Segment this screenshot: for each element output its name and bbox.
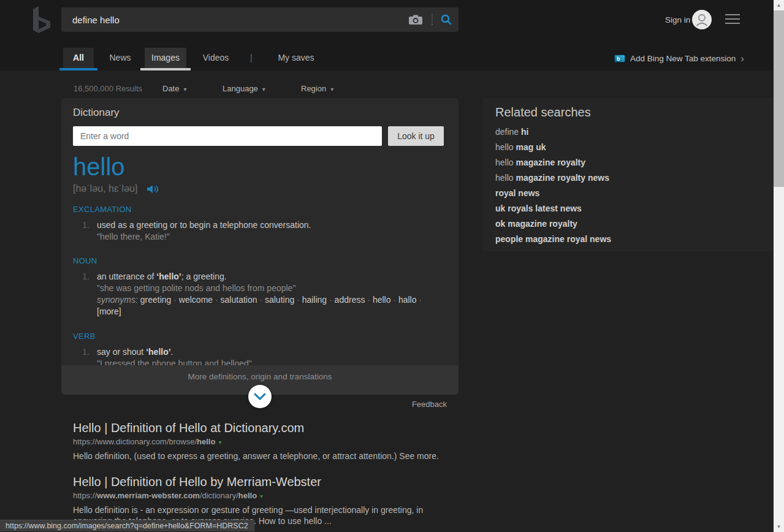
text-part: · xyxy=(294,295,302,305)
promo-label: Add Bing New Tab extension xyxy=(630,54,736,63)
related-search-item[interactable]: royal news xyxy=(495,186,774,201)
definition-text: say or shout ‘hello’. xyxy=(97,346,252,358)
related-search-item[interactable]: ok magazine royalty xyxy=(495,216,774,232)
scroll-down-button[interactable]: ▼ xyxy=(774,522,784,532)
text-part: royal news xyxy=(495,188,539,198)
definition-text: an utterance of ‘hello’; a greeting. xyxy=(97,271,444,283)
text-part: define xyxy=(495,127,521,137)
related-search-item[interactable]: hello magazine royalty news xyxy=(495,170,774,186)
entry-number: 1. xyxy=(73,271,97,317)
text-part: hello xyxy=(495,158,516,167)
pos-label-noun: NOUN xyxy=(73,256,444,265)
date-filter-dropdown[interactable]: Date▾ xyxy=(162,84,187,93)
region-filter-dropdown[interactable]: Region▾ xyxy=(301,84,333,93)
tab-news[interactable]: News xyxy=(102,48,139,68)
text-part: . xyxy=(171,347,173,357)
text-part: · xyxy=(390,295,398,305)
chevron-right-icon: › xyxy=(740,53,744,64)
person-icon xyxy=(692,10,712,29)
text-part: hallo xyxy=(398,295,417,305)
bing-logo[interactable] xyxy=(32,6,53,34)
tab-all[interactable]: All xyxy=(63,48,94,68)
pos-label-verb: VERB xyxy=(73,332,444,341)
text-part: /dictionary/ xyxy=(200,491,238,500)
text-part: used as a greeting or to begin a telepho… xyxy=(97,220,311,230)
text-part: https:// xyxy=(73,491,97,500)
text-part: welcome xyxy=(179,295,213,305)
content-area: 16,500,000 Results Date▾ Language▾ Regio… xyxy=(0,70,774,532)
search-result: Hello | Definition of Hello at Dictionar… xyxy=(73,421,470,462)
definition-entry: 1. used as a greeting or to begin a tele… xyxy=(73,219,444,243)
definition-text: used as a greeting or to begin a telepho… xyxy=(97,219,311,231)
search-divider xyxy=(432,14,433,25)
look-it-up-button[interactable]: Look it up xyxy=(388,126,444,146)
speaker-icon[interactable] xyxy=(147,184,160,194)
related-search-item[interactable]: define hi xyxy=(495,124,774,140)
tab-separator: | xyxy=(250,48,253,68)
page-header: Sign in All News Images Videos | My save… xyxy=(0,0,774,70)
vertical-scrollbar[interactable]: ▲ ▼ xyxy=(774,0,784,532)
dictionary-word-input[interactable] xyxy=(73,126,382,146)
result-title-link[interactable]: Hello | Definition of Hello by Merriam-W… xyxy=(73,475,470,488)
text-part: hello xyxy=(495,173,516,183)
text-part: greeting xyxy=(140,295,172,305)
related-searches-list: define hi hello mag uk hello magazine ro… xyxy=(495,124,774,247)
text-part: www.merriam-webster.com xyxy=(97,491,200,500)
url-caret-down-icon[interactable]: ▾ xyxy=(218,439,221,446)
expand-card-button[interactable] xyxy=(248,385,272,408)
avatar[interactable] xyxy=(692,10,712,29)
result-url: https://www.dictionary.com/browse/hello▾ xyxy=(73,438,470,447)
new-tab-extension-promo[interactable]: b Add Bing New Tab extension › xyxy=(614,50,744,66)
tab-videos[interactable]: Videos xyxy=(195,48,237,68)
text-part: · xyxy=(171,295,178,305)
tab-my-saves[interactable]: My saves xyxy=(270,48,322,68)
sign-in-link[interactable]: Sign in xyxy=(665,15,690,25)
url-caret-down-icon[interactable]: ▾ xyxy=(260,493,263,500)
hamburger-menu-icon[interactable] xyxy=(725,14,740,27)
caret-down-icon: ▾ xyxy=(330,86,333,93)
result-title-link[interactable]: Hello | Definition of Hello at Dictionar… xyxy=(73,421,470,435)
caret-down-icon: ▾ xyxy=(262,86,265,93)
scrollbar-thumb[interactable] xyxy=(774,10,784,187)
text-part: ‘hello’ xyxy=(146,347,170,357)
related-searches-panel: Related searches define hi hello mag uk … xyxy=(483,98,774,251)
dictionary-card: Dictionary Look it up hello [həˈləʊ, hɛˈ… xyxy=(61,98,459,395)
text-part: hello xyxy=(495,142,516,152)
text-part: hello xyxy=(373,295,391,305)
text-part: salutation xyxy=(221,295,257,305)
region-filter-label: Region xyxy=(301,84,326,93)
language-filter-dropdown[interactable]: Language▾ xyxy=(223,84,265,93)
search-result: Hello | Definition of Hello by Merriam-W… xyxy=(73,475,470,526)
text-part: magazine royalty news xyxy=(516,173,609,183)
date-filter-label: Date xyxy=(162,84,179,93)
scroll-up-button[interactable]: ▲ xyxy=(774,0,784,10)
related-search-item[interactable]: hello magazine royalty xyxy=(495,155,774,170)
search-icon[interactable] xyxy=(440,13,452,26)
text-part: people magazine royal news xyxy=(495,234,611,244)
related-searches-title: Related searches xyxy=(495,105,774,120)
pronunciation-text: [həˈləʊ, hɛˈləʊ] xyxy=(73,183,138,194)
text-part: · xyxy=(327,295,334,305)
related-search-item[interactable]: people magazine royal news xyxy=(495,232,774,247)
extension-icon: b xyxy=(614,55,625,63)
link-preview-status-bar: https://www.bing.com/images/search?q=def… xyxy=(0,520,254,531)
text-part: https://www.dictionary.com/browse/ xyxy=(73,437,197,446)
related-search-item[interactable]: hello mag uk xyxy=(495,140,774,155)
text-part: mag uk xyxy=(516,142,546,152)
svg-text:b: b xyxy=(617,56,620,62)
camera-icon[interactable] xyxy=(408,14,423,25)
text-part: · xyxy=(213,295,220,305)
chevron-down-icon xyxy=(248,385,272,408)
search-input[interactable] xyxy=(61,15,408,25)
tab-images[interactable]: Images xyxy=(145,48,186,68)
more-synonyms-link[interactable]: [more] xyxy=(97,306,121,316)
related-search-item[interactable]: uk royals latest news xyxy=(495,201,774,216)
result-snippet: Hello definition, (used to express a gre… xyxy=(73,450,441,462)
text-part: ‘hello’ xyxy=(156,272,181,281)
pos-label-exclamation: EXCLAMATION xyxy=(73,205,444,214)
search-box xyxy=(61,7,459,32)
language-filter-label: Language xyxy=(223,84,258,93)
text-part: an utterance of xyxy=(97,272,156,281)
text-part: saluting xyxy=(265,295,294,305)
definition-entry: 1. an utterance of ‘hello’; a greeting. … xyxy=(73,271,444,317)
